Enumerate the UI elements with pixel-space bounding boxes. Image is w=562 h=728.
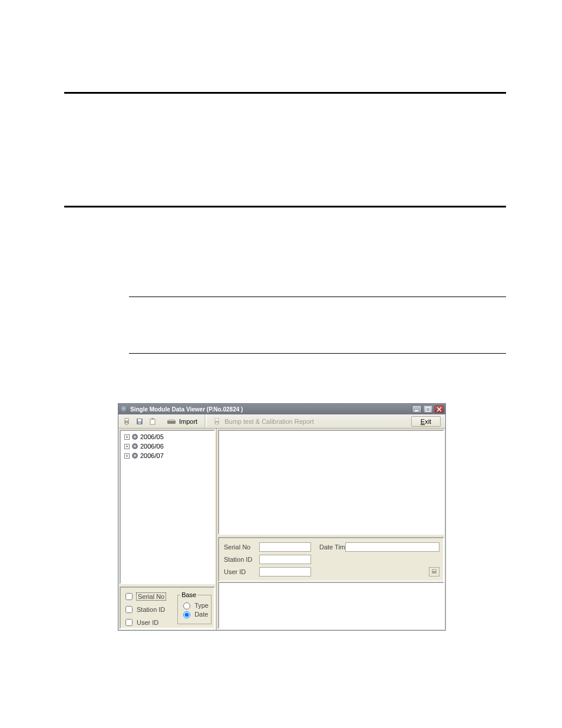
lbl-datetime: Date Time	[313, 543, 343, 551]
tree-node-label: 2006/07	[140, 452, 164, 459]
import-label: Import	[179, 418, 197, 425]
lbl-station: Station ID	[223, 556, 257, 563]
lbl-serial: Serial No	[223, 543, 257, 551]
bullet-icon	[132, 443, 138, 449]
import-button[interactable]: Import	[164, 416, 201, 427]
val-datetime[interactable]	[345, 542, 439, 552]
svg-rect-6	[125, 423, 128, 424]
base-group: Base Type Date	[177, 591, 211, 624]
bullet-icon	[132, 434, 138, 440]
drive-icon	[167, 419, 176, 424]
window-title: Single Module Data Viewer (P.No.02824 )	[130, 406, 412, 413]
filter-user[interactable]: User ID	[123, 617, 175, 628]
titlebar[interactable]: Single Module Data Viewer (P.No.02824 )	[118, 404, 445, 414]
svg-rect-1	[426, 407, 430, 411]
base-legend: Base	[180, 591, 197, 598]
lbl-user: User ID	[223, 568, 257, 575]
results-area	[218, 582, 444, 629]
val-serial[interactable]	[259, 542, 311, 552]
close-button[interactable]	[434, 405, 444, 413]
svg-rect-0	[415, 410, 418, 411]
val-user[interactable]	[259, 567, 311, 577]
filters-panel: Serial No Station ID User ID Base Type	[120, 587, 215, 629]
save-icon[interactable]	[134, 416, 146, 427]
report-button[interactable]: Bump test & Calibration Report	[210, 417, 316, 426]
tree-node[interactable]: + 2006/06	[122, 442, 213, 451]
minimize-button[interactable]	[412, 405, 422, 413]
tree-view[interactable]: + 2006/05 + 2006/06 + 2006/07	[120, 430, 215, 584]
svg-rect-8	[138, 419, 141, 421]
window-single-module-data-viewer: Single Module Data Viewer (P.No.02824 )	[118, 403, 446, 631]
svg-rect-9	[138, 422, 141, 424]
rule-4	[129, 353, 506, 354]
print-icon[interactable]	[121, 416, 133, 427]
tree-node[interactable]: + 2006/07	[122, 451, 213, 460]
fields-panel: Serial No Date Time Station ID User ID	[218, 537, 444, 582]
print-mini-icon[interactable]	[429, 567, 439, 577]
clipboard-icon[interactable]	[147, 416, 158, 427]
filter-station[interactable]: Station ID	[123, 604, 175, 615]
svg-rect-16	[216, 423, 218, 424]
expand-icon[interactable]: +	[124, 453, 130, 459]
tree-node-label: 2006/06	[140, 443, 164, 450]
svg-rect-11	[151, 418, 154, 420]
report-label: Bump test & Calibration Report	[224, 418, 314, 425]
toolbar: Import Bump test & Calibration Report Ex…	[118, 414, 445, 429]
expand-icon[interactable]: +	[124, 434, 130, 440]
base-date[interactable]: Date	[180, 610, 209, 618]
app-icon	[121, 406, 128, 413]
exit-button[interactable]: Exit	[411, 416, 441, 427]
svg-rect-18	[432, 569, 436, 571]
expand-icon[interactable]: +	[124, 444, 130, 449]
svg-rect-13	[168, 419, 174, 421]
svg-rect-5	[125, 419, 128, 421]
exit-label-rest: xit	[425, 418, 431, 425]
tree-node[interactable]: + 2006/05	[122, 432, 213, 442]
rule-2	[64, 206, 506, 207]
filter-serial[interactable]: Serial No	[123, 591, 175, 602]
svg-rect-15	[215, 419, 219, 421]
rule-1	[64, 92, 506, 94]
bullet-icon	[132, 453, 138, 459]
rule-3	[129, 297, 506, 297]
print-icon-2	[213, 417, 221, 426]
tree-node-label: 2006/05	[140, 433, 164, 440]
svg-rect-17	[432, 571, 437, 574]
val-station[interactable]	[259, 555, 311, 564]
base-type[interactable]: Type	[180, 601, 209, 610]
details-area	[218, 430, 444, 535]
maximize-button[interactable]	[423, 405, 433, 413]
svg-rect-10	[150, 419, 155, 424]
